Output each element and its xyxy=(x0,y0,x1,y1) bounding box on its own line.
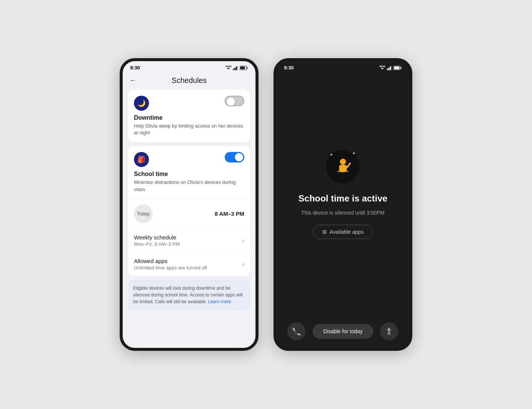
available-apps-button[interactable]: ⊞ Available apps xyxy=(313,225,373,239)
svg-rect-7 xyxy=(247,67,248,69)
disable-today-button[interactable]: Disable for today xyxy=(313,324,373,339)
school-active-title: School time is active xyxy=(298,193,387,204)
svg-rect-17 xyxy=(337,171,349,172)
school-time-desc: Minimize distractions on Olivia's device… xyxy=(134,179,244,192)
content-scroll: 🌙 Downtime Help Olivia sleep by limiting… xyxy=(123,87,255,348)
left-phone: 9:30 ← Schedules xyxy=(120,58,258,351)
bottom-bar: Disable for today xyxy=(277,316,409,348)
weekly-schedule-left: Weekly schedule Mon–Fri, 8 AM–3 PM xyxy=(134,234,180,247)
status-bar-left: 9:30 xyxy=(123,61,255,72)
svg-marker-0 xyxy=(227,68,230,69)
status-icons-left xyxy=(225,66,248,70)
svg-rect-14 xyxy=(394,66,400,69)
status-bar-right: 9:30 xyxy=(277,61,409,72)
battery-icon-dark xyxy=(394,66,402,70)
downtime-card-header: 🌙 xyxy=(134,96,244,111)
svg-rect-6 xyxy=(240,66,245,69)
today-item[interactable]: Today 8 AM–3 PM xyxy=(128,199,250,229)
svg-rect-12 xyxy=(391,66,392,70)
wifi-icon xyxy=(225,66,231,70)
svg-point-16 xyxy=(340,159,346,165)
nav-bar: ← Schedules xyxy=(123,72,255,87)
wifi-icon-dark xyxy=(379,66,385,70)
learn-more-link[interactable]: Learn more xyxy=(208,299,231,304)
allowed-apps-title: Allowed apps xyxy=(134,258,207,264)
school-time-section: 🎒 School time Minimize distractions on O… xyxy=(128,146,250,275)
school-active-sub: This device is silenced until 3:00PM xyxy=(301,210,385,216)
today-bubble: Today xyxy=(134,204,153,223)
svg-rect-1 xyxy=(233,69,234,70)
svg-point-18 xyxy=(388,328,390,330)
allowed-apps-left: Allowed apps Unlimited time apps are tur… xyxy=(134,258,207,271)
page-title: Schedules xyxy=(171,76,206,85)
school-time-card-header: 🎒 xyxy=(134,152,244,167)
downtime-icon: 🌙 xyxy=(134,96,149,111)
svg-rect-15 xyxy=(401,67,401,69)
school-icon-circle: ✦ ✦ xyxy=(326,150,360,183)
svg-marker-8 xyxy=(381,68,384,69)
downtime-card[interactable]: 🌙 Downtime Help Olivia sleep by limiting… xyxy=(128,90,250,142)
time-left: 9:30 xyxy=(130,65,140,71)
right-phone: 9:30 ✦ ✦ xyxy=(274,58,412,351)
available-apps-label: Available apps xyxy=(330,229,364,235)
school-time-toggle[interactable] xyxy=(225,152,244,162)
downtime-toggle-thumb xyxy=(227,98,235,106)
today-label: Today xyxy=(137,211,150,217)
phone-icon xyxy=(292,327,301,335)
time-right: 9:30 xyxy=(284,65,294,71)
school-time-toggle-thumb xyxy=(235,153,243,161)
battery-icon xyxy=(240,66,248,70)
weekly-schedule-sub: Mon–Fri, 8 AM–3 PM xyxy=(134,241,180,247)
school-time-icon: 🎒 xyxy=(134,152,149,167)
svg-rect-4 xyxy=(237,66,238,70)
accessibility-button[interactable] xyxy=(380,322,398,340)
svg-rect-10 xyxy=(388,68,389,70)
phone-call-button[interactable] xyxy=(287,322,305,340)
sparkle-tr: ✦ xyxy=(352,151,355,155)
downtime-title: Downtime xyxy=(134,114,244,121)
signal-icon-dark xyxy=(387,66,392,70)
allowed-apps-chevron: › xyxy=(242,261,244,268)
downtime-toggle[interactable] xyxy=(225,96,244,106)
weekly-schedule-title: Weekly schedule xyxy=(134,234,180,241)
svg-rect-3 xyxy=(236,66,237,70)
accessibility-icon xyxy=(385,327,393,335)
weekly-schedule-item[interactable]: Weekly schedule Mon–Fri, 8 AM–3 PM › xyxy=(128,229,250,253)
sparkle-tl: ✦ xyxy=(330,153,333,157)
grid-icon: ⊞ xyxy=(322,229,327,235)
allowed-apps-sub: Unlimited time apps are turned off xyxy=(134,265,207,271)
school-time-title: School time xyxy=(134,171,244,177)
back-button[interactable]: ← xyxy=(129,77,136,84)
allowed-apps-item[interactable]: Allowed apps Unlimited time apps are tur… xyxy=(128,253,250,276)
svg-rect-11 xyxy=(390,66,391,70)
footer-note: Eligible devices will lock during downti… xyxy=(128,280,250,310)
svg-rect-9 xyxy=(387,69,388,70)
svg-rect-2 xyxy=(234,68,236,70)
today-time-range: 8 AM–3 PM xyxy=(215,211,244,217)
dark-content: ✦ ✦ School time is active This device is… xyxy=(277,72,409,316)
downtime-desc: Help Olivia sleep by limiting access on … xyxy=(134,123,244,136)
signal-icon xyxy=(233,66,238,70)
school-time-card[interactable]: 🎒 School time Minimize distractions on O… xyxy=(128,146,250,199)
student-icon xyxy=(334,157,352,176)
weekly-schedule-chevron: › xyxy=(242,237,244,244)
status-icons-right xyxy=(379,66,402,70)
